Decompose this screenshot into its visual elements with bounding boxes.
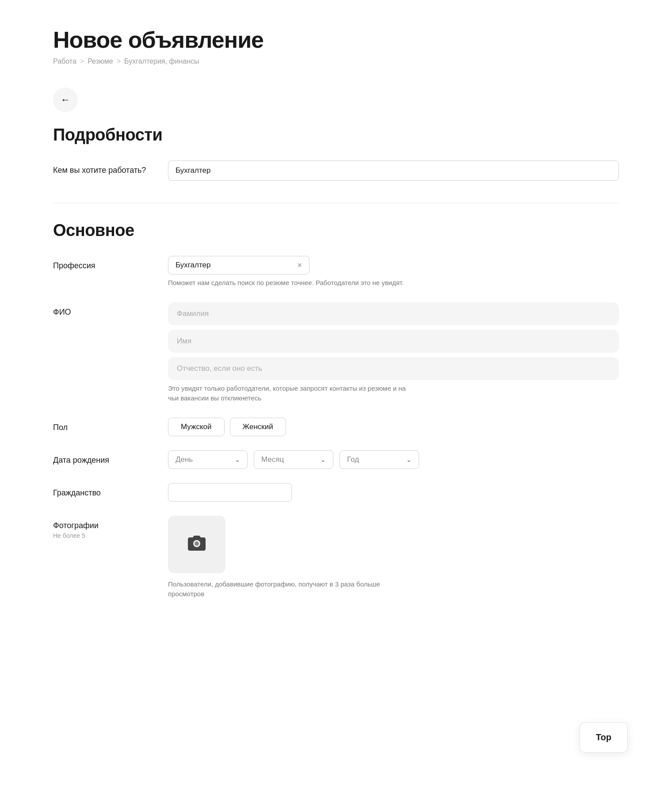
month-select-label: Месяц <box>261 455 316 464</box>
main-section-title: Основное <box>53 221 619 240</box>
first-name-input[interactable] <box>168 330 619 353</box>
last-name-input[interactable] <box>168 302 619 325</box>
job-title-row: Кем вы хотите работать? <box>53 160 619 181</box>
top-badge[interactable]: Top <box>580 722 628 753</box>
details-section: Подробности Кем вы хотите работать? <box>53 126 619 181</box>
job-title-field <box>168 160 619 181</box>
middle-name-input[interactable] <box>168 357 619 380</box>
photo-upload-button[interactable] <box>168 516 225 573</box>
photos-sub-label: Не более 5 <box>53 532 150 539</box>
breadcrumb-separator-2: > <box>117 57 121 65</box>
month-select[interactable]: Месяц ⌄ <box>254 450 333 469</box>
dob-row: Дата рождения День ⌄ Месяц ⌄ Год ⌄ <box>53 450 619 469</box>
breadcrumb-item-work: Работа <box>53 57 76 65</box>
profession-label: Профессия <box>53 256 150 270</box>
profession-value: Бухгалтер <box>176 261 293 270</box>
breadcrumb-item-resume: Резюме <box>88 57 113 65</box>
citizenship-label: Гражданство <box>53 483 150 498</box>
gender-male-button[interactable]: Мужской <box>168 418 225 436</box>
job-title-label: Кем вы хотите работать? <box>53 160 150 175</box>
svg-point-1 <box>195 541 199 546</box>
profession-field: Бухгалтер × Поможет нам сделать поиск по… <box>168 256 619 288</box>
gender-female-button[interactable]: Женский <box>230 418 286 436</box>
month-chevron-icon: ⌄ <box>321 456 326 463</box>
dob-field: День ⌄ Месяц ⌄ Год ⌄ <box>168 450 619 469</box>
citizenship-row: Гражданство <box>53 483 619 502</box>
gender-label: Пол <box>53 418 150 432</box>
photos-row: Фотографии Не более 5 Пользователи, доба… <box>53 516 619 599</box>
year-select[interactable]: Год ⌄ <box>340 450 419 469</box>
fio-row: ФИО Это увидят только работодатели, кото… <box>53 302 619 404</box>
job-title-input[interactable] <box>168 160 619 181</box>
clear-icon[interactable]: × <box>297 261 302 269</box>
breadcrumb: Работа > Резюме > Бухгалтерия, финансы <box>53 57 619 65</box>
back-button[interactable]: ← <box>53 88 78 112</box>
citizenship-input[interactable] <box>168 483 292 502</box>
date-selects: День ⌄ Месяц ⌄ Год ⌄ <box>168 450 619 469</box>
main-section: Основное Профессия Бухгалтер × Поможет н… <box>53 221 619 599</box>
camera-icon <box>187 534 206 555</box>
day-select-label: День <box>176 455 230 464</box>
year-select-label: Год <box>347 455 402 464</box>
photos-label-group: Фотографии Не более 5 <box>53 516 150 539</box>
divider-1 <box>53 203 619 203</box>
dob-label: Дата рождения <box>53 450 150 465</box>
profession-row: Профессия Бухгалтер × Поможет нам сделат… <box>53 256 619 288</box>
gender-buttons: Мужской Женский <box>168 418 619 436</box>
breadcrumb-item-category: Бухгалтерия, финансы <box>124 57 199 65</box>
profession-helper: Поможет нам сделать поиск по резюме точн… <box>168 278 416 288</box>
details-section-title: Подробности <box>53 126 619 145</box>
fio-helper: Это увидят только работодатели, которые … <box>168 384 416 404</box>
day-chevron-icon: ⌄ <box>235 456 240 463</box>
breadcrumb-separator-1: > <box>80 57 84 65</box>
day-select[interactable]: День ⌄ <box>168 450 248 469</box>
year-chevron-icon: ⌄ <box>406 456 412 463</box>
gender-row: Пол Мужской Женский <box>53 418 619 436</box>
profession-input-wrap[interactable]: Бухгалтер × <box>168 256 309 274</box>
photos-field: Пользователи, добавившие фотографию, пол… <box>168 516 619 599</box>
fio-field: Это увидят только работодатели, которые … <box>168 302 619 404</box>
page-title: Новое объявление <box>53 27 619 53</box>
gender-field: Мужской Женский <box>168 418 619 436</box>
photos-label: Фотографии <box>53 521 150 530</box>
citizenship-field <box>168 483 619 502</box>
fio-label: ФИО <box>53 302 150 317</box>
photos-helper: Пользователи, добавившие фотографию, пол… <box>168 579 416 599</box>
